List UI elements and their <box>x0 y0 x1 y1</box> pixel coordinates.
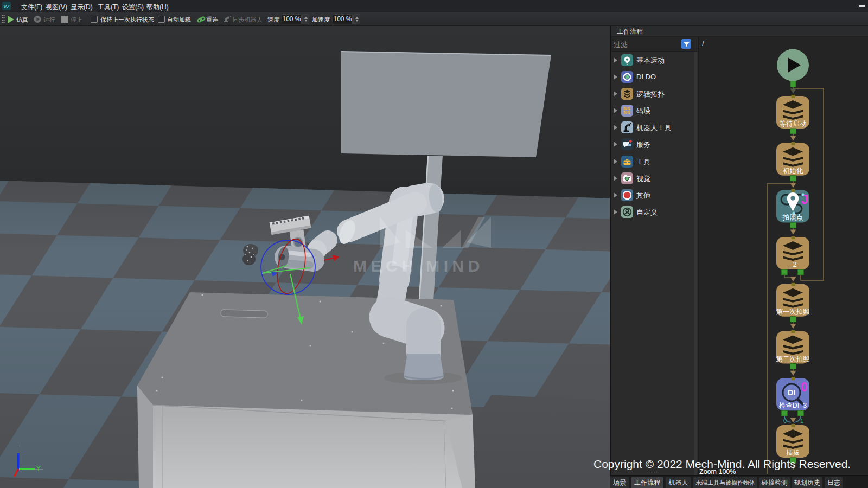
svg-text:拍照点: 拍照点 <box>782 214 803 221</box>
svg-text:第二次拍照: 第二次拍照 <box>776 355 810 363</box>
svg-text:插拔: 插拔 <box>786 449 800 457</box>
svg-text:MECH MIND: MECH MIND <box>353 257 484 275</box>
svg-text:1: 1 <box>800 418 803 424</box>
svg-text:等待启动: 等待启动 <box>780 120 807 127</box>
svg-text:0: 0 <box>801 380 808 394</box>
svg-text:VZ: VZ <box>3 4 10 9</box>
svg-text:初始化: 初始化 <box>783 167 803 175</box>
svg-text:0: 0 <box>783 418 787 424</box>
svg-text:Y: Y <box>36 465 41 472</box>
svg-text:第一次拍照: 第一次拍照 <box>776 308 810 316</box>
svg-text:检查DI_3: 检查DI_3 <box>778 402 807 409</box>
svg-text:_2: _2 <box>789 261 797 268</box>
svg-text:J: J <box>801 192 808 207</box>
svg-text:DI: DI <box>788 388 796 397</box>
